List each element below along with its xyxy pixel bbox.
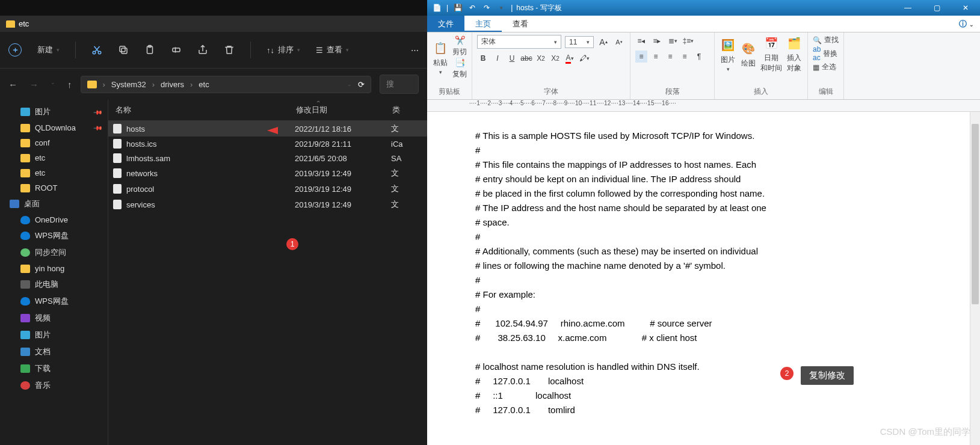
sidebar-item[interactable]: OneDrive — [0, 212, 108, 227]
font-size-select[interactable]: 11▾ — [565, 36, 594, 48]
highlight-button[interactable]: 🖍▾ — [578, 52, 590, 64]
close-button[interactable]: ✕ — [951, 0, 980, 16]
sidebar-item[interactable]: 桌面 — [0, 195, 108, 212]
help-button[interactable]: ⓘ ⌄ — [953, 16, 980, 32]
save-icon[interactable]: 💾 — [453, 3, 463, 13]
underline-button[interactable]: U — [506, 52, 518, 64]
file-row[interactable]: services2019/3/19 12:49文 — [108, 197, 427, 212]
paste-button[interactable] — [144, 44, 155, 55]
address-bar[interactable]: › System32 › drivers › etc ⌄ ⟳ — [81, 76, 372, 93]
new-button[interactable]: ＋ — [8, 43, 22, 57]
paste-button[interactable]: 📋 粘贴 ▾ — [432, 40, 449, 75]
sidebar-item[interactable]: 图片 — [0, 327, 108, 343]
scrollbar-vertical[interactable] — [970, 112, 980, 445]
refresh-button[interactable]: ⟳ — [358, 80, 365, 89]
view-button[interactable]: ☰ 查看 ▾ — [316, 44, 349, 55]
italic-button[interactable]: I — [492, 52, 504, 64]
search-input[interactable]: 搜 — [380, 75, 419, 94]
superscript-button[interactable]: X2 — [549, 52, 561, 64]
redo-icon[interactable]: ↷ — [482, 3, 492, 13]
bullet-list-button[interactable]: ≣▾ — [667, 35, 679, 47]
more-button[interactable]: ⋯ — [411, 46, 419, 55]
decrease-indent-button[interactable]: ≡◂ — [635, 35, 647, 47]
rename-button[interactable] — [171, 44, 182, 55]
qat-customize[interactable]: ▾ — [496, 3, 506, 13]
column-type[interactable]: 类 — [387, 105, 425, 115]
tab-file[interactable]: 文件 — [427, 16, 464, 32]
sidebar-item[interactable]: 此电脑 — [0, 276, 108, 293]
sidebar-item[interactable]: 图片 — [0, 103, 108, 120]
sidebar-item[interactable]: etc — [0, 150, 108, 165]
nav-forward[interactable]: → — [29, 79, 39, 90]
file-row[interactable]: hosts.ics2021/9/28 21:11iCa — [108, 137, 427, 151]
subscript-button[interactable]: X2 — [535, 52, 547, 64]
document-body[interactable]: # This is a sample HOSTS file used by Mi… — [427, 112, 980, 445]
sidebar-item[interactable]: QLDownloa — [0, 120, 108, 135]
ruler[interactable]: ····1····2····3····4····5····6····7····8… — [427, 100, 980, 112]
replace-button[interactable]: abac替换 — [813, 45, 839, 62]
address-dropdown[interactable]: ⌄ — [347, 81, 352, 87]
sidebar-item[interactable]: WPS网盘 — [0, 293, 108, 310]
minimize-button[interactable]: — — [893, 0, 922, 16]
breadcrumb-item[interactable]: drivers — [161, 80, 184, 89]
insert-image-button[interactable]: 🖼️图片▾ — [720, 37, 736, 72]
sidebar-item[interactable]: 下载 — [0, 360, 108, 377]
file-row[interactable]: lmhosts.sam2021/6/5 20:08SA — [108, 151, 427, 165]
copy-button[interactable]: 📑复制 — [452, 57, 467, 79]
align-left-button[interactable]: ≡ — [635, 51, 647, 63]
share-button[interactable] — [197, 44, 208, 55]
justify-button[interactable]: ≡ — [679, 51, 691, 63]
file-row[interactable]: protocol2019/3/19 12:49文 — [108, 181, 427, 197]
file-row[interactable]: networks2019/3/19 12:49文 — [108, 165, 427, 181]
breadcrumb-item[interactable]: System32 — [111, 80, 146, 89]
new-label[interactable]: 新建 ▾ — [37, 44, 60, 55]
sidebar-item[interactable]: yin hong — [0, 261, 108, 276]
explorer-tab[interactable]: etc — [0, 16, 427, 32]
sidebar-icon — [20, 139, 30, 147]
sidebar-item[interactable]: WPS网盘 — [0, 227, 108, 244]
undo-icon[interactable]: ↶ — [467, 3, 477, 13]
copy-button[interactable] — [118, 44, 129, 55]
sidebar-item[interactable]: 音乐 — [0, 377, 108, 394]
find-button[interactable]: 🔍查找 — [813, 35, 839, 45]
bold-button[interactable]: B — [477, 52, 489, 64]
insert-date-button[interactable]: 📅日期 和时间 — [760, 35, 782, 73]
align-center-button[interactable]: ≡ — [650, 51, 662, 63]
sidebar-item[interactable]: 视频 — [0, 310, 108, 327]
strike-button[interactable]: abc — [520, 52, 532, 64]
insert-draw-button[interactable]: 🎨绘图 — [740, 40, 757, 69]
sidebar-item[interactable]: 文档 — [0, 343, 108, 360]
increase-indent-button[interactable]: ≡▸ — [651, 35, 663, 47]
sidebar-label: 文档 — [35, 346, 51, 357]
svg-rect-6 — [173, 48, 180, 52]
grow-font-button[interactable]: A▴ — [597, 36, 609, 48]
nav-recent[interactable]: ⌄ — [51, 79, 55, 90]
tab-view[interactable]: 查看 — [502, 16, 539, 32]
scrollbar-thumb[interactable] — [972, 124, 979, 304]
column-date[interactable]: 修改日期 — [291, 105, 387, 115]
sidebar-item[interactable]: etc — [0, 165, 108, 180]
nav-back[interactable]: ← — [8, 79, 17, 90]
selectall-button[interactable]: ▦全选 — [813, 62, 839, 72]
cut-button[interactable] — [91, 44, 102, 55]
sidebar-item[interactable]: 同步空间 — [0, 244, 108, 261]
tab-home[interactable]: 主页 — [464, 16, 502, 32]
font-color-button[interactable]: A▾ — [564, 52, 576, 64]
sidebar-item[interactable]: conf — [0, 135, 108, 150]
sort-button[interactable]: ↑↓ 排序 ▾ — [267, 44, 300, 55]
font-family-select[interactable]: 宋体▾ — [477, 35, 561, 49]
maximize-button[interactable]: ▢ — [922, 0, 951, 16]
breadcrumb-item[interactable]: etc — [199, 80, 209, 89]
delete-button[interactable] — [224, 44, 235, 55]
insert-object-button[interactable]: 🗂️插入 对象 — [786, 35, 803, 73]
shrink-font-button[interactable]: A▾ — [613, 36, 625, 48]
line-spacing-button[interactable]: ‡≡▾ — [682, 35, 694, 47]
column-name[interactable]: 名称 — [111, 105, 291, 115]
file-row[interactable]: hosts2022/1/12 18:16文 — [108, 121, 427, 137]
nav-up[interactable]: ↑ — [67, 79, 72, 90]
wordpad-window: 📄 | 💾 ↶ ↷ ▾ | hosts - 写字板 — ▢ ✕ 文件 主页 查看… — [427, 0, 980, 445]
sidebar-item[interactable]: ROOT — [0, 180, 108, 195]
paragraph-settings-button[interactable]: ¶ — [693, 51, 705, 63]
align-right-button[interactable]: ≡ — [664, 51, 676, 63]
cut-button[interactable]: ✂️剪切 — [452, 35, 467, 57]
